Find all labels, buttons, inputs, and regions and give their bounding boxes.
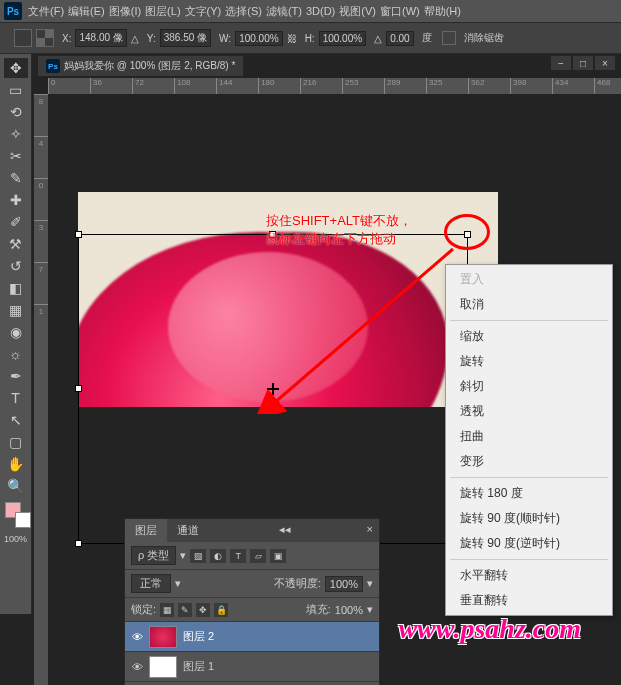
lock-pixels-icon[interactable]: ✎ [178,603,192,617]
minimize-button[interactable]: − [551,56,571,70]
chevron-down-icon[interactable]: ▾ [175,577,181,590]
filter-adjust-icon[interactable]: ◐ [210,549,226,563]
chevron-down-icon[interactable]: ▾ [367,577,373,590]
ctx-place[interactable]: 置入 [446,267,612,292]
angle-value[interactable]: 0.00 [386,31,413,46]
deg-label: 度 [422,31,432,45]
eraser-tool-icon[interactable]: ◧ [4,278,28,298]
ctx-rotate90cw[interactable]: 旋转 90 度(顺时针) [446,506,612,531]
move-tool-icon[interactable]: ✥ [4,58,28,78]
handle-bottom-left[interactable] [75,540,82,547]
link-icon[interactable]: ⛓ [287,33,297,44]
ctx-sep [450,559,608,560]
ctx-skew[interactable]: 斜切 [446,374,612,399]
healing-tool-icon[interactable]: ✚ [4,190,28,210]
shape-tool-icon[interactable]: ▢ [4,432,28,452]
menu-select[interactable]: 选择(S) [225,4,262,19]
menu-type[interactable]: 文字(Y) [185,4,222,19]
close-button[interactable]: × [595,56,615,70]
ctx-flip-h[interactable]: 水平翻转 [446,563,612,588]
ctx-rotate[interactable]: 旋转 [446,349,612,374]
annotation-circle-handle [444,214,490,250]
brush-tool-icon[interactable]: ✐ [4,212,28,232]
y-value[interactable]: 386.50 像 [160,29,211,47]
lock-position-icon[interactable]: ✥ [196,603,210,617]
filter-type-icon[interactable]: T [230,549,246,563]
ctx-scale[interactable]: 缩放 [446,324,612,349]
filter-shape-icon[interactable]: ▱ [250,549,266,563]
annotation-text: 按住SHIFT+ALT键不放， 鼠标左键向左下方拖动 [266,212,412,248]
zoom-tool-icon[interactable]: 🔍 [4,476,28,496]
flower-image [78,232,448,407]
menu-3d[interactable]: 3D(D) [306,5,335,17]
panel-collapse-icon[interactable]: ◂◂ [273,519,297,542]
ruler-vertical: 840371 [34,94,48,685]
menu-layer[interactable]: 图层(L) [145,4,180,19]
type-tool-icon[interactable]: T [4,388,28,408]
ps-logo-icon: Ps [4,2,22,20]
opacity-value[interactable]: 100% [325,576,363,592]
stamp-tool-icon[interactable]: ⚒ [4,234,28,254]
chevron-down-icon[interactable]: ▾ [180,549,186,562]
ctx-rotate180[interactable]: 旋转 180 度 [446,481,612,506]
layer-name[interactable]: 图层 2 [183,629,214,644]
layer-name[interactable]: 图层 1 [183,659,214,674]
layer-filter-kind[interactable]: ρ 类型 [131,546,176,565]
menu-file[interactable]: 文件(F) [28,4,64,19]
layer-row[interactable]: 👁 图层 2 [125,622,379,652]
ctx-sep [450,320,608,321]
h-value[interactable]: 100.00% [319,31,366,46]
ctx-warp[interactable]: 变形 [446,449,612,474]
blend-mode-select[interactable]: 正常 [131,574,171,593]
hand-tool-icon[interactable]: ✋ [4,454,28,474]
lock-transparent-icon[interactable]: ▦ [160,603,174,617]
ctx-cancel[interactable]: 取消 [446,292,612,317]
color-swatch[interactable] [5,502,27,524]
tool-preset-icon[interactable] [14,29,32,47]
layer-thumbnail[interactable] [149,656,177,678]
x-value[interactable]: 148.00 像 [75,29,126,47]
ctx-perspective[interactable]: 透视 [446,399,612,424]
menu-filter[interactable]: 滤镜(T) [266,4,302,19]
pen-tool-icon[interactable]: ✒ [4,366,28,386]
fill-value[interactable]: 100% [335,604,363,616]
maximize-button[interactable]: □ [573,56,593,70]
w-value[interactable]: 100.00% [235,31,282,46]
ref-point-icon[interactable] [36,29,54,47]
layer-thumbnail[interactable] [149,626,177,648]
tab-layers[interactable]: 图层 [125,519,167,542]
marquee-tool-icon[interactable]: ▭ [4,80,28,100]
x-label: X: [62,33,71,44]
menu-edit[interactable]: 编辑(E) [68,4,105,19]
history-brush-icon[interactable]: ↺ [4,256,28,276]
ctx-rotate90ccw[interactable]: 旋转 90 度(逆时针) [446,531,612,556]
filter-smart-icon[interactable]: ▣ [270,549,286,563]
panel-close-icon[interactable]: × [361,519,379,542]
chevron-down-icon[interactable]: ▾ [367,603,373,616]
antialias-checkbox[interactable] [442,31,456,45]
eyedropper-tool-icon[interactable]: ✎ [4,168,28,188]
document-tab[interactable]: Ps 妈妈我爱你 @ 100% (图层 2, RGB/8) * [38,56,243,76]
lasso-tool-icon[interactable]: ⟲ [4,102,28,122]
tab-channels[interactable]: 通道 [167,519,209,542]
menu-image[interactable]: 图像(I) [109,4,141,19]
menu-help[interactable]: 帮助(H) [424,4,461,19]
layer-row[interactable]: 👁 图层 1 [125,652,379,682]
filter-pixel-icon[interactable]: ▧ [190,549,206,563]
gradient-tool-icon[interactable]: ▦ [4,300,28,320]
document-title: 妈妈我爱你 @ 100% (图层 2, RGB/8) * [64,59,235,73]
visibility-icon[interactable]: 👁 [125,631,149,643]
lock-all-icon[interactable]: 🔒 [214,603,228,617]
menu-window[interactable]: 窗口(W) [380,4,420,19]
w-label: W: [219,33,231,44]
visibility-icon[interactable]: 👁 [125,661,149,673]
ctx-distort[interactable]: 扭曲 [446,424,612,449]
path-tool-icon[interactable]: ↖ [4,410,28,430]
crop-tool-icon[interactable]: ✂ [4,146,28,166]
options-bar: X: 148.00 像 △ Y: 386.50 像 W: 100.00% ⛓ H… [0,22,621,54]
menu-view[interactable]: 视图(V) [339,4,376,19]
ctx-flip-v[interactable]: 垂直翻转 [446,588,612,613]
blur-tool-icon[interactable]: ◉ [4,322,28,342]
wand-tool-icon[interactable]: ✧ [4,124,28,144]
dodge-tool-icon[interactable]: ☼ [4,344,28,364]
